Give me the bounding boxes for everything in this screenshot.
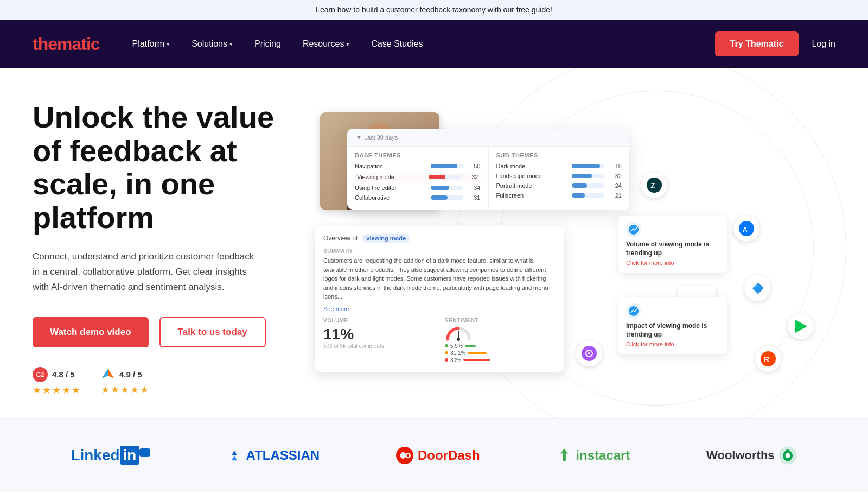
sentiment-metric: SENTIMENT 5.9% [445,318,556,364]
instacart-logo: instacart [556,447,630,464]
card-header: ▼ Last 30 days [347,129,629,147]
sentiment-label: SENTIMENT [445,318,556,324]
chevron-down-icon: ▾ [167,41,170,48]
table-row: Portrait mode 24 [496,182,622,189]
g2-rating: G2 4.8 / 5 ★★★★★ [33,367,81,396]
nav-resources[interactable]: Resources ▾ [303,39,349,49]
base-themes-title: Base themes [355,152,481,159]
g2-badge-icon: G2 [33,367,48,382]
capterra-badge-icon [101,368,115,382]
nav-platform[interactable]: Platform ▾ [132,39,170,49]
table-row: Landscape mode 32 [496,173,622,179]
chevron-down-icon: ▾ [346,41,349,48]
table-row: Using the editor 34 [355,185,481,191]
attentive-icon [576,340,602,366]
announcement-banner[interactable]: Learn how to build a customer feedback t… [0,0,868,20]
capterra-score: 4.9 / 5 [119,370,142,379]
sentiment-gauge [445,326,472,341]
hero-title: Unlock the value of feedback at scale, i… [33,100,293,234]
svg-text:🔷: 🔷 [752,282,764,294]
play-icon [788,313,814,339]
viewing-mode-tag: viewing mode [362,234,410,243]
hero-section: Unlock the value of feedback at scale, i… [0,68,868,418]
zendesk-icon: Z [641,172,667,198]
g2-stars: ★★★★★ [33,384,81,396]
svg-text:Z: Z [650,181,655,190]
table-row: Viewing mode 32 [355,173,481,181]
base-themes-column: Base themes Navigation 50 Viewing mode 3… [347,147,489,210]
atlassian-logo: ATLASSIAN [227,448,320,463]
nav-pricing[interactable]: Pricing [254,39,281,49]
g2-score: 4.8 / 5 [52,370,75,379]
capterra-rating: 4.9 / 5 ★★★★★ [101,368,150,396]
svg-point-25 [785,453,790,458]
logo[interactable]: thematic [33,34,100,54]
banner-text: Learn how to build a customer feedback t… [316,5,552,14]
doordash-logo: DoorDash [396,447,480,464]
chevron-down-icon: ▾ [229,41,233,48]
filter-icon: ▼ [356,134,362,141]
talk-to-us-button[interactable]: Talk to us today [159,317,266,347]
nav-solutions[interactable]: Solutions ▾ [192,39,233,49]
sentiment-details: 5.9% 31.1% 30% [445,343,556,363]
summary-text: Customers are requesting the addition of… [323,256,556,301]
svg-text:R: R [764,355,769,364]
hero-subtitle: Connect, understand and prioritize custo… [33,249,260,295]
summary-label: SUMMARY [323,248,556,254]
svg-point-15 [588,352,590,354]
themes-dashboard-card: ▼ Last 30 days Base themes Navigation 50 [347,129,629,210]
sub-themes-title: Sub themes [496,152,622,159]
card-body: Base themes Navigation 50 Viewing mode 3… [347,147,629,210]
navigation: thematic Platform ▾ Solutions ▾ Pricing … [0,20,868,68]
feedback-top: Overview of viewing mode [323,234,556,243]
trending-up-icon-2 [626,303,641,319]
hero-dashboard: Z X A 🔷 [315,107,835,389]
svg-marker-1 [102,369,108,378]
hero-content: Unlock the value of feedback at scale, i… [33,100,315,396]
try-thematic-button[interactable]: Try Thematic [715,31,799,56]
volume-sub: 503 of 5k total comments [323,343,434,349]
neutral-pct: 31.1% [450,350,465,356]
nav-links: Platform ▾ Solutions ▾ Pricing Resources… [132,39,715,49]
insight-2-title: Impact of viewing mode is trending up [626,322,719,339]
watch-demo-button[interactable]: Watch demo video [33,317,149,347]
nav-case-studies[interactable]: Case Studies [371,39,423,49]
insight-card-2: Impact of viewing mode is trending up Cl… [618,297,727,354]
table-row: Dark mode 18 [496,163,622,169]
insight-1-title: Volume of viewing mode is trending up [626,240,719,257]
ratings: G2 4.8 / 5 ★★★★★ 4.9 / 5 ★★★★★ [33,367,293,396]
metrics-row: VOLUME 11% 503 of 5k total comments SENT… [323,318,556,364]
svg-marker-12 [795,320,807,333]
svg-point-16 [457,338,460,341]
appstore-icon: A [733,216,760,242]
sub-themes-column: Sub themes Dark mode 18 Landscape mode 3… [489,147,630,210]
svg-rect-20 [400,452,406,459]
feedback-summary-card: Overview of viewing mode SUMMARY Custome… [315,226,564,372]
linkedin-logo: Linkedin® [71,447,150,464]
table-row: Collaborative 31 [355,194,481,201]
slack-icon: 🔷 [744,275,770,301]
filter-label: Last 30 days [364,134,398,141]
svg-point-22 [406,454,409,457]
volume-metric: VOLUME 11% 503 of 5k total comments [323,318,434,364]
woolworths-logo: Woolworths [706,446,797,465]
see-more-link[interactable]: See more [323,306,556,312]
table-row: Fullscreen 21 [496,192,622,199]
insight-1-link[interactable]: Click for more info [626,259,719,266]
capterra-stars: ★★★★★ [101,384,150,396]
volume-label: VOLUME [323,318,434,324]
positive-pct: 5.9% [450,343,463,349]
logo-text: thematic [33,34,100,54]
negative-pct: 30% [450,357,461,363]
client-logos-section: Linkedin® ATLASSIAN DoorDash [0,418,868,492]
reddit-icon: R [755,346,781,372]
insight-card-1: Volume of viewing mode is trending up Cl… [618,216,727,273]
login-link[interactable]: Log in [812,39,835,49]
nav-right: Try Thematic Log in [715,31,835,56]
table-row: Navigation 50 [355,163,481,169]
svg-text:A: A [743,226,748,233]
trending-up-icon [626,222,641,237]
insight-2-link[interactable]: Click for more info [626,341,719,347]
hero-buttons: Watch demo video Talk to us today [33,317,293,347]
svg-rect-23 [563,453,566,461]
